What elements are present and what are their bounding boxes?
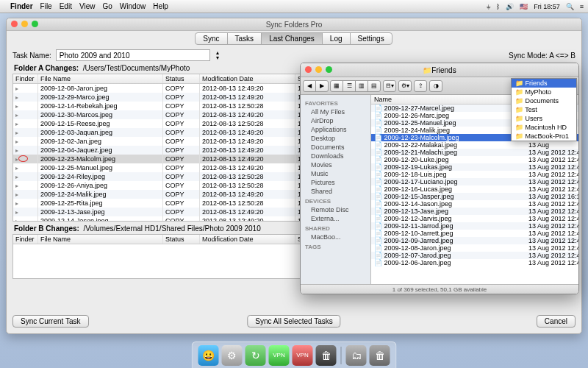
task-name-input[interactable]	[56, 49, 210, 61]
path-item[interactable]: 📁 Friends	[512, 79, 576, 88]
finder-list-row[interactable]: 📄 2009-12-15-Jasper.jpeg13 Aug 2012 16:1…	[371, 193, 578, 200]
close-button[interactable]	[11, 21, 18, 27]
finder-list-row[interactable]: 📄 2009-12-14-Jason.jpeg13 Aug 2012 12:49	[371, 200, 578, 208]
dock-finder-icon[interactable]: 😀	[198, 345, 219, 366]
path-item[interactable]: 📁 Test	[512, 105, 576, 114]
folder-b-path: /Volumes/External HD1/Shared Files/Photo…	[83, 224, 260, 233]
menu-go[interactable]: Go	[102, 2, 112, 10]
dock-folder-icon[interactable]: 🗂	[346, 345, 367, 366]
menubar-clock[interactable]: Fri 18:57	[534, 3, 560, 10]
minimize-button[interactable]	[21, 21, 28, 27]
dock-vpn-icon[interactable]: VPN	[269, 345, 290, 366]
menu-window[interactable]: Window	[120, 2, 146, 10]
arrange-button[interactable]: ⊟▾	[383, 80, 396, 92]
dock-vpn2-icon[interactable]: VPN	[293, 345, 313, 366]
volume-icon[interactable]: 🔊	[506, 3, 514, 10]
wifi-icon[interactable]: ⏚	[487, 3, 490, 10]
finder-window: 📁 Friends 📁 Friends📁 MyPhoto📁 Documents📁…	[300, 63, 579, 294]
tab-settings[interactable]: Settings	[350, 32, 392, 45]
share-button[interactable]: ⇪	[414, 80, 427, 92]
path-item[interactable]: 📁 Users	[512, 114, 576, 123]
finder-list-row[interactable]: 📄 2009-12-19-Lukas.jpeg13 Aug 2012 12:49	[371, 163, 578, 171]
dock-app-icon[interactable]: ⚙	[222, 345, 243, 366]
forward-button[interactable]: ▶	[315, 80, 329, 92]
sidebar-item-fav[interactable]: Pictures	[301, 178, 370, 187]
sidebar-item-fav[interactable]: Movies	[301, 160, 370, 169]
finder-list-row[interactable]: 📄 2009-12-09-Jarred.jpeg13 Aug 2012 12:4…	[371, 237, 578, 244]
col-modification-date[interactable]: Modification Date	[200, 235, 295, 244]
view-icon-button[interactable]: ▦	[330, 80, 343, 92]
finder-list-row[interactable]: 📄 2009-12-16-Lucas.jpeg13 Aug 2012 12:49	[371, 185, 578, 193]
sidebar-item-shared[interactable]: MacBoo...	[301, 233, 370, 241]
finder-minimize-button[interactable]	[315, 66, 322, 73]
path-item[interactable]: 📁 MyPhoto	[512, 88, 576, 96]
back-button[interactable]: ◀	[303, 80, 316, 92]
sidebar-item-fav[interactable]: Desktop	[301, 134, 370, 143]
finder-titlebar[interactable]: 📁 Friends 📁 Friends📁 MyPhoto📁 Documents📁…	[301, 63, 578, 77]
sidebar-item-fav[interactable]: Shared	[301, 187, 370, 196]
finder-list-row[interactable]: 📄 2009-12-22-Malakai.jpeg13 Aug	[371, 141, 578, 149]
spotlight-icon[interactable]: 🔍	[566, 3, 574, 10]
col-status[interactable]: Status	[163, 235, 200, 244]
path-item[interactable]: 📁 Documents	[512, 96, 576, 105]
window-titlebar[interactable]: Sync Folders Pro	[7, 18, 581, 31]
menu-edit[interactable]: Edit	[60, 2, 72, 10]
sync-all-button[interactable]: Sync All Selected Tasks	[247, 315, 340, 328]
finder-list-row[interactable]: 📄 2009-12-12-Jarvis.jpeg13 Aug 2012 12:4…	[371, 215, 578, 222]
sidebar-item-dev[interactable]: Remote Disc	[301, 205, 370, 214]
finder-list-row[interactable]: 📄 2009-12-08-Jaron.jpeg13 Aug 2012 12:49	[371, 244, 578, 252]
finder-list-row[interactable]: 📄 2009-12-10-Jarrett.jpeg13 Aug 2012 12:…	[371, 230, 578, 237]
menu-view[interactable]: View	[79, 2, 96, 10]
dock-trash2-icon[interactable]: 🗑	[370, 345, 390, 366]
view-column-button[interactable]: ▥	[355, 80, 368, 92]
path-item[interactable]: 📁 Macintosh HD	[512, 123, 576, 132]
sidebar-item-fav[interactable]: AirDrop	[301, 116, 370, 125]
finder-col-name[interactable]: Name	[371, 95, 526, 104]
col-finder[interactable]: Finder	[13, 235, 38, 244]
tab-last-changes[interactable]: Last Changes	[261, 32, 323, 45]
sidebar-item-fav[interactable]: Music	[301, 169, 370, 178]
tags-button[interactable]: ◑	[429, 80, 442, 92]
sidebar-item-fav[interactable]: Applications	[301, 125, 370, 134]
flag-icon[interactable]: 🇺🇸	[520, 3, 528, 10]
col-status[interactable]: Status	[163, 74, 200, 83]
tab-tasks[interactable]: Tasks	[227, 32, 262, 45]
finder-zoom-button[interactable]	[326, 66, 332, 73]
finder-close-button[interactable]	[305, 66, 312, 73]
cancel-button[interactable]: Cancel	[537, 315, 576, 328]
dock-trash-icon[interactable]: 🗑	[316, 345, 337, 366]
col-file-name[interactable]: File Name	[38, 74, 163, 83]
menu-file[interactable]: File	[40, 2, 52, 10]
path-item[interactable]: 📁 MacBook-Pro1	[512, 132, 576, 141]
sync-current-button[interactable]: Sync Current Task	[12, 315, 89, 328]
tab-sync[interactable]: Sync	[195, 32, 227, 45]
col-file-name[interactable]: File Name	[38, 235, 163, 244]
finder-status-bar: 1 of 369 selected, 50,1 GB available	[301, 284, 578, 294]
dock-app-icon[interactable]: ↻	[245, 345, 266, 366]
tab-log[interactable]: Log	[322, 32, 351, 45]
menu-help[interactable]: Help	[153, 2, 168, 10]
col-modification-date[interactable]: Modification Date	[200, 74, 295, 83]
finder-list-row[interactable]: 📄 2009-12-18-Luis.jpeg13 Aug 2012 12:49	[371, 171, 578, 178]
finder-list-row[interactable]: 📄 2009-12-13-Jase.jpeg13 Aug 2012 12:49	[371, 208, 578, 215]
finder-list-row[interactable]: 📄 2009-12-17-Luciano.jpeg13 Aug 2012 12:…	[371, 178, 578, 185]
finder-path-popup[interactable]: 📁 Friends📁 MyPhoto📁 Documents📁 Test📁 Use…	[511, 78, 577, 141]
finder-list-row[interactable]: 📄 2009-12-06-Jaren.jpeg13 Aug 2012 12:49	[371, 259, 578, 266]
sidebar-item-fav[interactable]: Downloads	[301, 152, 370, 160]
view-cover-button[interactable]: ▤	[368, 80, 381, 92]
task-stepper[interactable]: ▴▾	[213, 50, 222, 60]
zoom-button[interactable]	[32, 21, 38, 27]
finder-list-row[interactable]: 📄 2009-12-21-Malachi.jpeg13 Aug 2012 12:…	[371, 149, 578, 156]
finder-list-row[interactable]: 📄 2009-12-20-Luke.jpeg13 Aug 2012 12:49	[371, 156, 578, 163]
view-list-button[interactable]: ☰	[343, 80, 356, 92]
sidebar-item-fav[interactable]: All My Files	[301, 107, 370, 116]
sidebar-item-fav[interactable]: Documents	[301, 143, 370, 152]
sidebar-item-dev[interactable]: Externa...	[301, 214, 370, 223]
bluetooth-icon[interactable]: ᛒ	[496, 3, 500, 10]
finder-list-row[interactable]: 📄 2009-12-11-Jarrod.jpeg13 Aug 2012 12:4…	[371, 222, 578, 230]
notification-icon[interactable]: ≡	[580, 3, 584, 10]
finder-list-row[interactable]: 📄 2009-12-07-Jarod.jpeg13 Aug 2012 12:49	[371, 252, 578, 259]
menubar-app[interactable]: Finder	[10, 2, 33, 10]
action-button[interactable]: ⚙▾	[398, 80, 412, 92]
col-finder[interactable]: Finder	[13, 74, 38, 83]
